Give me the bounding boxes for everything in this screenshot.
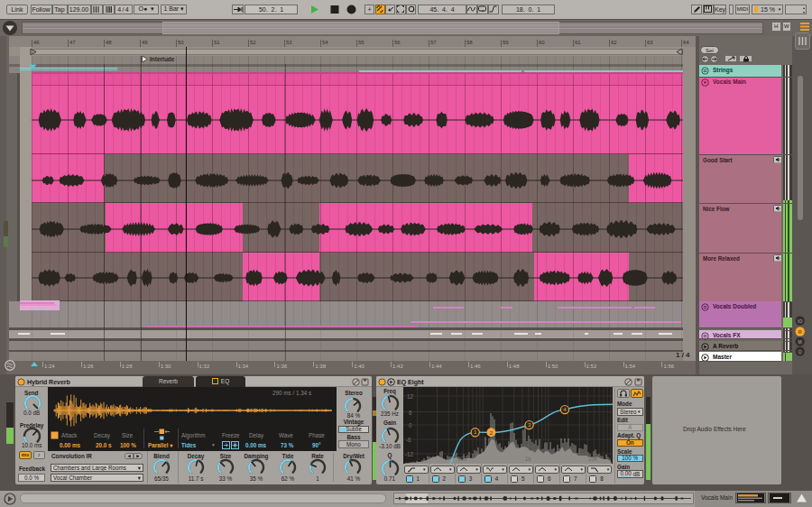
svg-text:M: M — [798, 339, 802, 345]
svg-text:1k: 1k — [525, 456, 532, 462]
svg-text:12: 12 — [407, 393, 414, 400]
svg-text:100: 100 — [457, 456, 467, 462]
svg-text:R: R — [798, 328, 802, 334]
svg-text:-12: -12 — [405, 451, 414, 457]
svg-text:IO: IO — [798, 318, 802, 324]
svg-text:0: 0 — [409, 422, 412, 429]
svg-text:O: O — [798, 349, 802, 355]
svg-text:10k: 10k — [588, 456, 598, 462]
svg-text:-6: -6 — [406, 437, 411, 443]
svg-text:6: 6 — [409, 409, 412, 415]
